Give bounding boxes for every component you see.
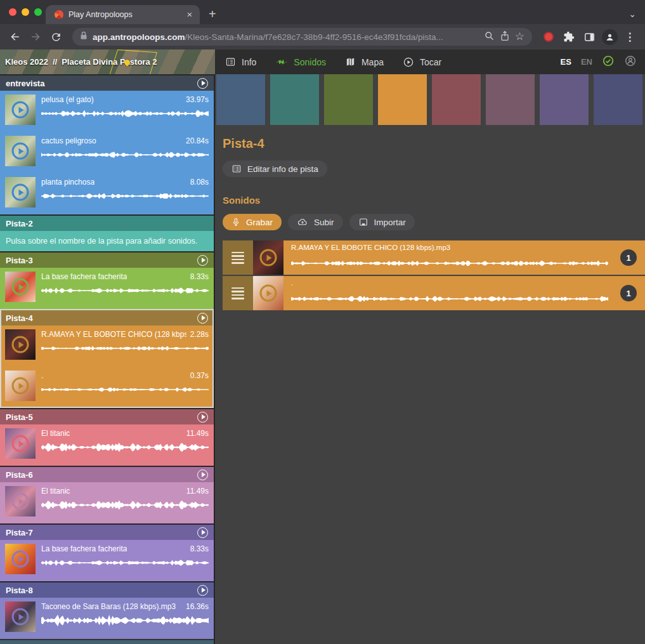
sound-thumbnail[interactable] (5, 95, 36, 125)
import-button[interactable]: Importar (349, 214, 415, 230)
track-color-swatch[interactable] (432, 74, 481, 125)
track-section-header[interactable]: Pista-8 (0, 582, 214, 598)
track-color-swatch[interactable] (540, 74, 589, 125)
tab-search-chevron-icon[interactable]: ⌄ (629, 9, 636, 19)
sound-item[interactable]: R.AMAYA Y EL BOBOTE CHICO (128 kbps)....… (0, 325, 214, 367)
record-button[interactable]: Grabar (223, 214, 282, 230)
upload-button[interactable]: Subir (288, 214, 343, 230)
profile-avatar-icon[interactable] (601, 28, 618, 46)
url-bar[interactable]: app.antropoloops.com/Kleos-Santa-Marina/… (72, 28, 532, 46)
sound-item[interactable]: La base fachera facherita 8.33s (0, 268, 214, 309)
play-sound-icon[interactable] (12, 279, 29, 296)
track-empty-message: Pulsa sobre el nombre de la pista para a… (0, 231, 214, 251)
track-section: Pista-4 R.AMAYA Y EL (0, 309, 214, 408)
track-color-swatch[interactable] (324, 74, 373, 125)
sound-title: La base fachera facherita (41, 272, 127, 281)
sound-item[interactable]: El titanic 11.49s (0, 424, 214, 466)
header-right: ES EN (561, 55, 645, 70)
play-sound-icon[interactable] (12, 608, 29, 626)
play-sound-icon[interactable] (12, 184, 29, 201)
close-window-button[interactable] (9, 8, 16, 16)
track-section-header[interactable]: Pista-5 (0, 409, 214, 424)
track-section-header[interactable]: Pista-7 (0, 525, 214, 540)
track-section-header[interactable]: entrevista (0, 76, 214, 91)
play-track-icon[interactable] (197, 527, 208, 538)
sound-item[interactable]: . 0.37s (0, 367, 214, 408)
track-color-swatch[interactable] (594, 74, 642, 125)
sound-item[interactable]: planta pinchosa 8.08s (0, 173, 214, 214)
track-section-header[interactable]: Pista-2 (0, 216, 214, 231)
track-section-header[interactable]: Pista-6 (0, 467, 214, 482)
forward-button[interactable] (27, 28, 44, 46)
nav-tab-tocar[interactable]: Tocar (403, 56, 441, 68)
sound-thumbnail[interactable] (253, 276, 283, 310)
track-color-swatch[interactable] (378, 74, 427, 125)
sound-item[interactable]: pelusa (el gato) 33.97s (0, 91, 214, 132)
bookmark-star-icon[interactable]: ☆ (515, 32, 524, 42)
tab-close-icon[interactable]: × (185, 10, 195, 20)
play-track-icon[interactable] (197, 255, 208, 266)
play-sound-icon[interactable] (260, 285, 277, 302)
sound-item[interactable]: El titanic 11.49s (0, 482, 214, 523)
nav-tab-mapa[interactable]: Mapa (345, 56, 384, 67)
play-track-icon[interactable] (197, 470, 208, 480)
zoom-window-button[interactable] (34, 8, 42, 16)
side-panel-icon[interactable] (580, 28, 598, 46)
play-track-icon[interactable] (197, 313, 208, 324)
track-breadcrumb-photo[interactable]: Kleos 2022 // Placeta Divina Pastora 2 (0, 49, 215, 74)
share-icon[interactable] (500, 30, 510, 44)
menu-dots-icon[interactable]: ⋮ (621, 28, 639, 46)
play-sound-icon[interactable] (260, 249, 277, 266)
lang-toggle-es[interactable]: ES (561, 57, 571, 67)
play-sound-icon[interactable] (12, 435, 29, 452)
sound-thumbnail[interactable] (5, 272, 36, 302)
play-track-icon[interactable] (197, 78, 208, 89)
sound-thumbnail[interactable] (5, 136, 36, 166)
browser-tab[interactable]: Play Antropoloops × (46, 5, 200, 24)
play-sound-icon[interactable] (12, 493, 29, 510)
play-track-icon[interactable] (197, 412, 208, 423)
sound-thumbnail[interactable] (5, 601, 36, 632)
sound-thumbnail[interactable] (5, 486, 36, 516)
play-sound-icon[interactable] (12, 378, 29, 395)
play-track-icon[interactable] (197, 585, 208, 596)
lang-toggle-en[interactable]: EN (581, 57, 592, 67)
sound-thumbnail[interactable] (253, 240, 283, 275)
next-track-strip (0, 640, 214, 644)
track-section: entrevista pelusa (el (0, 74, 214, 214)
minimize-window-button[interactable] (22, 8, 29, 16)
play-sound-icon[interactable] (12, 336, 29, 353)
account-icon[interactable] (624, 55, 637, 70)
sound-thumbnail[interactable] (5, 329, 36, 360)
sound-item[interactable]: Taconeo de Sara Baras (128 kbps).mp3 16.… (0, 598, 214, 639)
play-sound-icon[interactable] (12, 551, 29, 568)
track-color-swatch[interactable] (270, 74, 319, 125)
sound-info: planta pinchosa 8.08s (41, 177, 209, 214)
record-extension-icon[interactable] (540, 28, 557, 46)
zoom-icon[interactable] (484, 30, 495, 44)
track-section-header[interactable]: Pista-3 (0, 253, 214, 268)
track-section-header[interactable]: Pista-4 (0, 310, 214, 325)
extensions-puzzle-icon[interactable] (560, 28, 578, 46)
track-color-swatch[interactable] (486, 74, 535, 125)
reload-button[interactable] (47, 28, 65, 46)
play-sound-icon[interactable] (12, 102, 29, 119)
sound-thumbnail[interactable] (5, 544, 36, 574)
track-color-swatch[interactable] (216, 74, 265, 125)
sound-thumbnail[interactable] (5, 371, 36, 401)
sound-item[interactable]: cactus peligroso 20.84s (0, 132, 214, 173)
nav-tab-info[interactable]: Info (225, 56, 256, 67)
sound-thumbnail[interactable] (5, 177, 36, 207)
edit-track-info-button[interactable]: Editar info de pista (223, 161, 327, 177)
sound-duration: 8.08s (190, 178, 209, 187)
sound-thumbnail[interactable] (5, 428, 36, 459)
play-sound-icon[interactable] (12, 143, 29, 160)
sound-item[interactable]: La base fachera facherita 8.33s (0, 540, 214, 581)
sound-row[interactable]: . 1 (223, 276, 645, 310)
sound-row[interactable]: R.AMAYA Y EL BOBOTE CHICO (128 kbps).mp3… (223, 240, 645, 275)
drag-handle[interactable] (223, 240, 253, 275)
new-tab-button[interactable]: + (209, 8, 216, 20)
nav-tab-sonidos[interactable]: Sonidos (275, 56, 326, 68)
drag-handle[interactable] (223, 276, 253, 310)
back-button[interactable] (6, 28, 24, 46)
